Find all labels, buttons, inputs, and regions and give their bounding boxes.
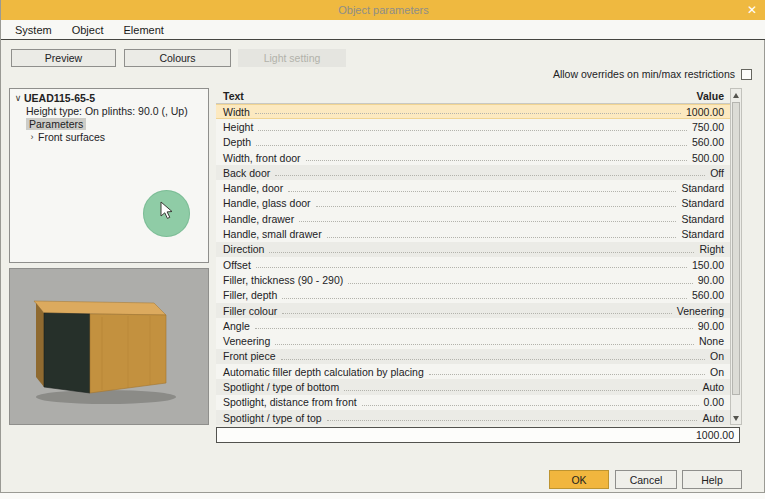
param-name: Filler, depth	[223, 289, 277, 301]
dotted-leader	[327, 420, 698, 421]
param-name: Spotlight / type of top	[223, 412, 322, 424]
dialog-title: Object parameters	[338, 4, 428, 16]
param-value: Standard	[681, 213, 724, 225]
param-name: Handle, drawer	[223, 213, 294, 225]
param-value: 500.00	[692, 152, 724, 164]
table-header: Text Value	[216, 88, 730, 104]
tree-item-parameters[interactable]: Parameters	[12, 117, 208, 130]
colours-button[interactable]: Colours	[124, 49, 231, 67]
param-name: Offset	[223, 259, 251, 271]
param-value: Standard	[681, 228, 724, 240]
dotted-leader	[316, 206, 677, 207]
param-name: Handle, glass door	[223, 197, 311, 209]
table-row[interactable]: Depth560.00	[216, 135, 730, 150]
mouse-cursor-icon	[159, 201, 175, 221]
tree-item-height-type[interactable]: Height type: On plinths: 90.0 (, Up)	[12, 104, 208, 117]
param-name: Spotlight, distance from front	[223, 396, 357, 408]
table-row[interactable]: Handle, glass doorStandard	[216, 196, 730, 211]
table-row[interactable]: Back doorOff	[216, 165, 730, 180]
overrides-row: Allow overrides on min/max restrictions	[553, 67, 752, 81]
param-name: Depth	[223, 136, 251, 148]
param-name: Handle, door	[223, 182, 283, 194]
table-row[interactable]: Spotlight, distance from front0.00	[216, 395, 730, 410]
dotted-leader	[306, 160, 687, 161]
param-name: Handle, small drawer	[223, 228, 322, 240]
dotted-leader	[282, 313, 671, 314]
cabinet-preview-panel[interactable]	[9, 268, 209, 425]
param-name: Spotlight / type of bottom	[223, 381, 339, 393]
param-value: Off	[710, 167, 724, 179]
param-name: Filler, thickness (90 - 290)	[223, 274, 343, 286]
dotted-leader	[258, 130, 687, 131]
value-input[interactable]: 1000.00	[216, 427, 740, 443]
tree-item-root[interactable]: ∨ UEAD115-65-5	[12, 91, 208, 104]
table-row[interactable]: Angle90.00	[216, 318, 730, 333]
dotted-leader	[429, 374, 705, 375]
param-value: Standard	[681, 182, 724, 194]
dotted-leader	[282, 298, 687, 299]
cabinet-3d-image	[10, 269, 208, 424]
column-header-text[interactable]: Text	[223, 90, 697, 102]
param-name: Direction	[223, 243, 264, 255]
table-row[interactable]: DirectionRight	[216, 242, 730, 257]
help-button[interactable]: Help	[682, 470, 742, 489]
param-value: Standard	[681, 197, 724, 209]
table-row[interactable]: Height750.00	[216, 119, 730, 134]
chevron-right-icon[interactable]: ›	[26, 132, 38, 142]
dotted-leader	[275, 344, 694, 345]
column-header-value[interactable]: Value	[697, 90, 724, 102]
dotted-leader	[288, 191, 676, 192]
table-row[interactable]: Offset150.00	[216, 257, 730, 272]
cursor-highlight	[143, 190, 190, 237]
table-row[interactable]: Width1000.00	[216, 104, 730, 119]
table-scrollbar[interactable]	[730, 88, 742, 425]
param-value: 90.00	[698, 320, 724, 332]
param-name: Veneering	[223, 335, 270, 347]
table-row[interactable]: Filler, thickness (90 - 290)90.00	[216, 272, 730, 287]
dotted-leader	[255, 113, 681, 114]
table-row[interactable]: Filler, depth560.00	[216, 288, 730, 303]
ok-button[interactable]: OK	[549, 470, 609, 489]
parameter-table: Text Value Width1000.00Height750.00Depth…	[216, 88, 742, 425]
scroll-up-icon[interactable]	[731, 89, 741, 101]
param-value: Auto	[702, 381, 724, 393]
overrides-checkbox[interactable]	[741, 69, 752, 80]
close-icon[interactable]: ✕	[747, 2, 757, 18]
table-row[interactable]: Filler colourVeneering	[216, 303, 730, 318]
cancel-button[interactable]: Cancel	[615, 470, 677, 489]
param-value: Veneering	[677, 305, 724, 317]
dotted-leader	[299, 221, 676, 222]
table-row[interactable]: Front pieceOn	[216, 349, 730, 364]
dotted-leader	[269, 252, 694, 253]
preview-button[interactable]: Preview	[11, 49, 116, 67]
object-parameters-dialog: Object parameters ✕ System Object Elemen…	[0, 0, 765, 493]
menu-item-object[interactable]: Object	[62, 24, 114, 36]
table-row[interactable]: Automatic filler depth calculation by pl…	[216, 364, 730, 379]
dotted-leader	[256, 145, 687, 146]
dialog-titlebar[interactable]: Object parameters ✕	[1, 0, 765, 20]
object-tree-panel: ∨ UEAD115-65-5 Height type: On plinths: …	[9, 88, 209, 263]
param-value: 560.00	[692, 289, 724, 301]
table-row[interactable]: Spotlight / type of topAuto	[216, 410, 730, 425]
scrollbar-thumb[interactable]	[732, 102, 740, 395]
menu-item-element[interactable]: Element	[113, 24, 173, 36]
table-row[interactable]: VeneeringNone	[216, 333, 730, 348]
table-row[interactable]: Handle, small drawerStandard	[216, 226, 730, 241]
param-name: Width, front door	[223, 152, 301, 164]
param-name: Angle	[223, 320, 250, 332]
dotted-leader	[281, 359, 705, 360]
table-row[interactable]: Spotlight / type of bottomAuto	[216, 379, 730, 394]
table-row[interactable]: Handle, doorStandard	[216, 180, 730, 195]
chevron-down-icon[interactable]: ∨	[12, 93, 24, 103]
table-row[interactable]: Handle, drawerStandard	[216, 211, 730, 226]
param-value: 1000.00	[686, 106, 724, 118]
tree-item-front-surfaces[interactable]: › Front surfaces	[12, 130, 208, 143]
tree-item-label: Height type: On plinths: 90.0 (, Up)	[26, 105, 188, 117]
param-value: 90.00	[698, 274, 724, 286]
tree-item-label: Front surfaces	[38, 131, 105, 143]
dotted-leader	[275, 175, 705, 176]
scroll-down-icon[interactable]	[731, 412, 741, 424]
param-name: Automatic filler depth calculation by pl…	[223, 366, 424, 378]
menu-item-system[interactable]: System	[5, 24, 62, 36]
table-row[interactable]: Width, front door500.00	[216, 150, 730, 165]
